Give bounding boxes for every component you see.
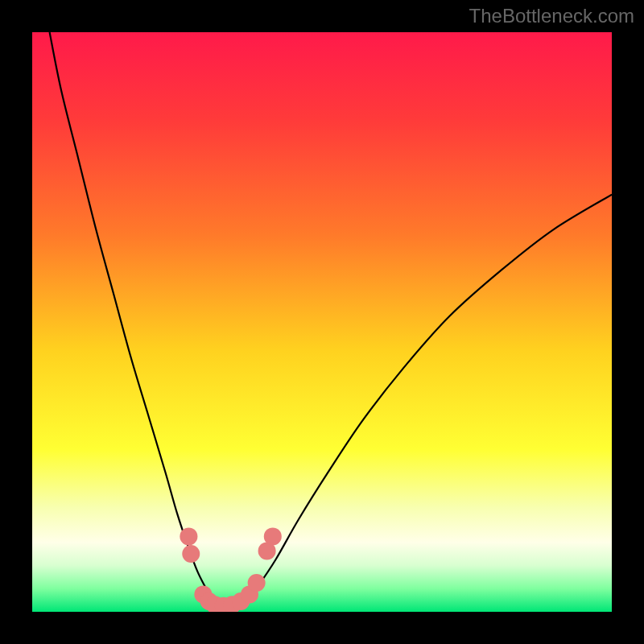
highlight-dot xyxy=(182,545,200,563)
highlight-dot xyxy=(248,574,266,592)
highlight-dot xyxy=(264,527,282,545)
watermark-text: TheBottleneck.com xyxy=(469,5,634,27)
chart-plot-area xyxy=(32,32,612,612)
highlight-dot xyxy=(180,527,197,545)
bottleneck-chart xyxy=(32,32,612,612)
chart-background xyxy=(32,32,612,612)
